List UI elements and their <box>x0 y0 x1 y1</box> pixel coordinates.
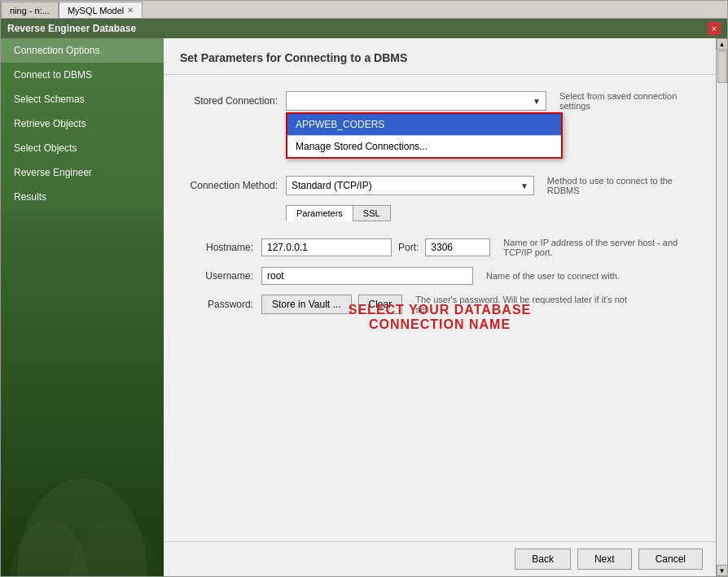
title-bar: Reverse Engineer Database × <box>1 19 727 38</box>
param-tabs: Parameters SSL <box>286 205 391 221</box>
cancel-button[interactable]: Cancel <box>638 549 703 570</box>
scroll-track <box>717 50 728 565</box>
tab-ssl[interactable]: SSL <box>353 205 391 221</box>
sidebar-item-retrieve-objects[interactable]: Retrieve Objects <box>1 111 164 136</box>
stored-connection-row: Stored Connection: ▼ APPWEB_CODERS <box>180 91 699 111</box>
stored-connection-dropdown-container: ▼ APPWEB_CODERS Manage Stored Connection… <box>286 91 546 111</box>
connection-method-control: Standard (TCP/IP) ▼ Method to use to con… <box>286 176 699 195</box>
back-button[interactable]: Back <box>515 549 571 570</box>
window-title: Reverse Engineer Database <box>7 23 136 34</box>
scroll-down-button[interactable]: ▼ <box>717 565 728 576</box>
stored-connection-label: Stored Connection: <box>180 95 286 107</box>
footer: Back Next Cancel <box>164 541 716 576</box>
stored-connection-popup: APPWEB_CODERS Manage Stored Connections.… <box>286 112 563 159</box>
tab-ning[interactable]: ning - n:... <box>1 2 59 18</box>
stored-connection-hint: Select from saved connection settings <box>559 91 699 111</box>
tab-bar: ning - n:... MySQL Model ✕ <box>1 1 727 19</box>
select-db-annotation: SELECT YOUR DATABASE CONNECTION NAME <box>302 302 578 331</box>
sidebar-item-select-schemas[interactable]: Select Schemas <box>1 87 164 111</box>
tab-ning-label: ning - n:... <box>10 6 50 15</box>
connection-method-value: Standard (TCP/IP) <box>292 180 372 191</box>
dropdown-manage-connections[interactable]: Manage Stored Connections... <box>287 136 561 157</box>
sidebar-item-connect-to-dbms[interactable]: Connect to DBMS <box>1 63 164 87</box>
content-area: Set Parameters for Connecting to a DBMS … <box>164 38 716 576</box>
connection-method-row: Connection Method: Standard (TCP/IP) ▼ M… <box>180 176 699 195</box>
hostname-row: Hostname: Port: Name or IP address of th… <box>180 238 699 257</box>
stored-connection-dropdown[interactable]: ▼ <box>286 91 546 111</box>
next-button[interactable]: Next <box>577 549 632 570</box>
form-area: Stored Connection: ▼ APPWEB_CODERS <box>164 75 716 541</box>
connection-method-chevron-icon: ▼ <box>520 181 528 190</box>
main-content: Connection Options Connect to DBMS Selec… <box>1 38 727 576</box>
hostname-input[interactable] <box>261 238 392 256</box>
param-tabs-row: Parameters SSL <box>286 205 699 228</box>
tab-mysql-model-label: MySQL Model <box>68 6 124 15</box>
sidebar-item-results[interactable]: Results <box>1 185 164 209</box>
content-title: Set Parameters for Connecting to a DBMS <box>180 51 699 64</box>
connection-method-hint: Method to use to connect to the RDBMS <box>547 176 699 195</box>
sidebar-item-select-objects[interactable]: Select Objects <box>1 136 164 160</box>
hostname-hint: Name or IP address of the server host - … <box>503 238 699 257</box>
hostname-label: Hostname: <box>180 242 261 253</box>
dropdown-item-appweb-coders[interactable]: APPWEB_CODERS <box>287 114 561 135</box>
content-header: Set Parameters for Connecting to a DBMS <box>164 38 716 75</box>
sidebar-item-reverse-engineer[interactable]: Reverse Engineer <box>1 160 164 185</box>
username-input[interactable] <box>261 267 473 285</box>
username-hint: Name of the user to connect with. <box>486 271 620 281</box>
username-label: Username: <box>180 270 261 282</box>
tab-parameters[interactable]: Parameters <box>286 205 353 221</box>
connection-method-label: Connection Method: <box>180 180 286 191</box>
connection-method-dropdown[interactable]: Standard (TCP/IP) ▼ <box>286 176 534 195</box>
port-input[interactable] <box>425 238 490 256</box>
stored-connection-chevron-icon: ▼ <box>533 97 541 106</box>
hostname-control: Port: Name or IP address of the server h… <box>261 238 699 257</box>
main-window: ning - n:... MySQL Model ✕ Reverse Engin… <box>0 0 728 577</box>
sidebar-footer <box>1 209 164 576</box>
scrollbar: ▲ ▼ <box>716 38 727 576</box>
tab-mysql-model[interactable]: MySQL Model ✕ <box>59 2 143 18</box>
username-control: Name of the user to connect with. <box>261 267 699 285</box>
username-row: Username: Name of the user to connect wi… <box>180 267 699 285</box>
tab-close-icon[interactable]: ✕ <box>127 6 134 15</box>
stored-connection-control: ▼ APPWEB_CODERS Manage Stored Connection… <box>286 91 699 111</box>
password-label: Password: <box>180 299 261 310</box>
sidebar-item-connection-options[interactable]: Connection Options <box>1 38 164 63</box>
scroll-thumb[interactable] <box>717 50 727 83</box>
port-label: Port: <box>398 242 419 253</box>
window-close-button[interactable]: × <box>708 22 721 35</box>
scroll-up-button[interactable]: ▲ <box>717 38 728 50</box>
sidebar: Connection Options Connect to DBMS Selec… <box>1 38 164 576</box>
